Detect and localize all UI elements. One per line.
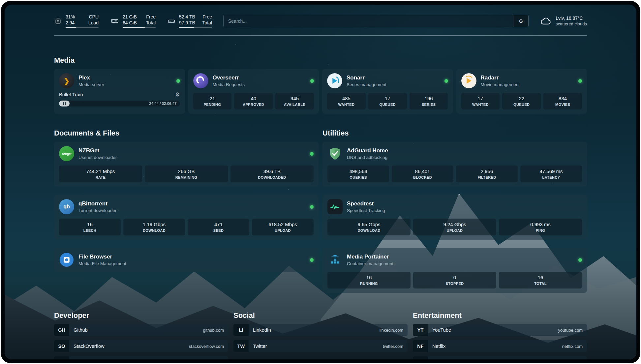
cpu-load-label: Load xyxy=(88,20,99,26)
pause-icon[interactable] xyxy=(59,101,70,106)
service-link-nzbget[interactable]: nzbget NZBGet Usenet downloader xyxy=(59,146,314,161)
bookmark-name: Twitter xyxy=(249,344,267,349)
stat-latency: 47.569 msLATENCY xyxy=(520,166,582,182)
status-dot xyxy=(310,205,314,209)
service-link-portainer[interactable]: Media Portainer Container management xyxy=(327,252,582,267)
service-name: Media Portainer xyxy=(347,254,393,260)
stat-total: 16TOTAL xyxy=(499,272,582,288)
overseerr-icon xyxy=(193,73,208,88)
service-link-speedtest[interactable]: Speedtest Speedtest Tracking xyxy=(327,199,582,214)
section-title-social: Social xyxy=(233,311,408,320)
service-stats: 16LEECH 1.19 GbpsDOWNLOAD 471SEED 618.52… xyxy=(59,219,314,235)
cpu-widget: 31%CPU 2.94Load xyxy=(54,14,99,28)
status-dot xyxy=(310,79,314,83)
bookmark-twitter[interactable]: TW Twitter twitter.com xyxy=(233,340,408,352)
service-link-radarr[interactable]: Radarr Movie management xyxy=(461,73,582,88)
stat-filtered: 2,956FILTERED xyxy=(456,166,518,182)
bookmark-abbr: TW xyxy=(233,340,249,352)
bookmark-group-entertainment: Entertainment YT YouTube youtube.com NF … xyxy=(413,311,587,359)
bookmark-abbr: RE xyxy=(413,356,428,359)
service-card-nzbget: nzbget NZBGet Usenet downloader 744.21 M… xyxy=(54,142,319,187)
bookmark-github[interactable]: GH Github github.com xyxy=(54,324,228,336)
service-card-speedtest: Speedtest Speedtest Tracking 9.65 GbpsDO… xyxy=(322,195,587,240)
status-dot xyxy=(310,258,314,262)
bookmark-abbr: SO xyxy=(54,340,69,352)
plex-icon: ❯ xyxy=(59,73,74,88)
service-description: Container management xyxy=(347,261,393,266)
service-card-plex: ❯ Plex Media server Bullet Train ⚙ 24:44 xyxy=(54,69,185,114)
search-input[interactable] xyxy=(224,15,513,27)
disk-free-label: Free xyxy=(202,14,212,20)
cloud-icon xyxy=(540,15,552,27)
gear-icon[interactable]: ⚙ xyxy=(175,92,180,97)
service-link-adguard[interactable]: AdGuard Home DNS and adblocking xyxy=(327,146,582,161)
stat-queued: 17QUEUED xyxy=(368,93,407,109)
disk-total-value: 97.9 TB xyxy=(179,20,195,26)
disk-total-label: Total xyxy=(202,20,212,26)
top-bar: 31%CPU 2.94Load 21 GiBFree 64 GiBTotal xyxy=(54,14,587,28)
service-description: DNS and adblocking xyxy=(347,155,388,160)
cpu-progress-bar xyxy=(66,27,99,28)
memory-total-label: Total xyxy=(146,20,156,26)
stat-remaining: 266 GBREMAINING xyxy=(145,166,228,182)
service-link-sonarr[interactable]: Sonarr Series management xyxy=(327,73,448,88)
status-dot xyxy=(176,79,180,83)
weather-widget: Lviv, 16.87°C scattered clouds xyxy=(540,15,587,27)
status-dot xyxy=(578,79,582,83)
bookmark-netflix[interactable]: NF Netflix netflix.com xyxy=(413,340,587,352)
service-name: AdGuard Home xyxy=(347,147,388,154)
service-card-overseerr: Overseerr Media Requests 21PENDING 40APP… xyxy=(188,69,319,114)
dashboard-window: 31%CPU 2.94Load 21 GiBFree 64 GiBTotal xyxy=(1,1,640,363)
service-stats: 744.21 MbpsRATE 266 GBREMAINING 39.6 TBD… xyxy=(59,166,314,182)
service-description: Media Requests xyxy=(213,82,245,87)
service-name: Speedtest xyxy=(347,200,385,207)
section-title-utilities: Utilities xyxy=(322,129,587,137)
bookmark-group-developer: Developer GH Github github.com SO StackO… xyxy=(54,311,228,359)
memory-icon xyxy=(110,17,119,25)
stat-ping: 0.993 msPING xyxy=(499,219,582,235)
service-link-qbittorrent[interactable]: qb qBittorrent Torrent downloader xyxy=(59,199,314,214)
dashboard-content: 31%CPU 2.94Load 21 GiBFree 64 GiBTotal xyxy=(5,5,636,359)
bookmark-name: Github xyxy=(69,327,88,333)
bookmark-abbr: YT xyxy=(413,324,428,336)
disk-widget: 52.4 TBFree 97.9 TBTotal xyxy=(168,14,212,28)
memory-free-label: Free xyxy=(146,14,156,20)
bookmark-reddit[interactable]: RE Reddit reddit.com xyxy=(413,356,587,359)
stat-download: 9.65 GbpsDOWNLOAD xyxy=(327,219,411,235)
stat-stopped: 0STOPPED xyxy=(413,272,496,288)
service-card-qbittorrent: qb qBittorrent Torrent downloader 16LEEC… xyxy=(54,195,319,240)
search-provider-button[interactable]: G xyxy=(513,15,528,27)
section-title-developer: Developer xyxy=(54,311,228,320)
memory-widget: 21 GiBFree 64 GiBTotal xyxy=(110,14,156,28)
bookmark-url: twitter.com xyxy=(383,344,408,349)
service-stats: 9.65 GbpsDOWNLOAD 9.24 GbpsUPLOAD 0.993 … xyxy=(327,219,582,235)
stat-running: 16RUNNING xyxy=(327,272,411,288)
memory-total-value: 64 GiB xyxy=(123,20,137,26)
stat-queries: 498,564QUERIES xyxy=(327,166,389,182)
stat-blocked: 86,401BLOCKED xyxy=(392,166,453,182)
speedtest-icon xyxy=(327,199,343,214)
service-link-filebrowser[interactable]: File Browser Media File Management xyxy=(59,252,314,267)
service-description: Series management xyxy=(347,82,386,87)
service-link-overseerr[interactable]: Overseerr Media Requests xyxy=(193,73,314,88)
plex-player-bar[interactable]: 24:44 / 02:06:47 xyxy=(59,101,180,106)
now-playing-row: Bullet Train ⚙ xyxy=(59,92,180,97)
adguard-icon xyxy=(327,146,343,161)
bookmark-stackoverflow[interactable]: SO StackOverflow stackoverflow.com xyxy=(54,340,228,352)
service-card-portainer: Media Portainer Container management 16R… xyxy=(322,248,587,293)
service-name: Radarr xyxy=(481,75,520,81)
now-playing-title: Bullet Train xyxy=(59,92,83,97)
cpu-load-value: 2.94 xyxy=(66,20,75,26)
service-stats: 485WANTED 17QUEUED 196SERIES xyxy=(327,93,448,109)
qbittorrent-icon: qb xyxy=(59,199,74,214)
service-card-radarr: Radarr Movie management 17WANTED 22QUEUE… xyxy=(456,69,587,114)
filebrowser-icon xyxy=(59,252,74,267)
bookmark-linkedin[interactable]: LI LinkedIn linkedin.com xyxy=(233,324,408,336)
weather-condition: scattered clouds xyxy=(556,21,587,26)
service-link-plex[interactable]: ❯ Plex Media server xyxy=(59,73,180,88)
service-stats: 16RUNNING 0STOPPED 16TOTAL xyxy=(327,272,582,288)
bookmark-dev[interactable]: DT DEV dev.to xyxy=(54,356,228,359)
stat-wanted: 485WANTED xyxy=(327,93,366,109)
bookmark-youtube[interactable]: YT YouTube youtube.com xyxy=(413,324,587,336)
stat-pending: 21PENDING xyxy=(193,93,232,109)
